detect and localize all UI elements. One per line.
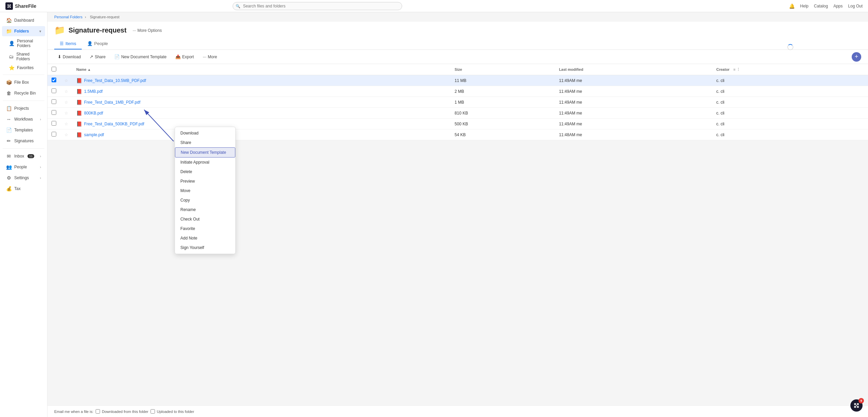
file-name-cell: 📕 Free_Test_Data_500KB_PDF.pdf: [76, 121, 447, 127]
download-button[interactable]: ⬇ Download: [54, 53, 84, 61]
star-icon[interactable]: ☆: [64, 111, 68, 116]
star-icon[interactable]: ☆: [64, 89, 68, 94]
new-doc-template-label: New Document Template: [121, 55, 166, 59]
sidebar-item-workflows[interactable]: ↔ Workflows ›: [2, 114, 45, 124]
file-area: Name ▲ Size Last modified Creator ≡ ⋮: [47, 64, 868, 417]
export-label: Export: [182, 55, 194, 59]
file-name-cell: 📕 1.5MB.pdf: [76, 89, 447, 94]
sidebar-item-label: Shared Folders: [16, 52, 41, 61]
sidebar-item-dashboard[interactable]: 🏠 Dashboard: [2, 15, 45, 25]
more-icon: ···: [203, 54, 206, 59]
loading-spinner: [787, 44, 793, 50]
sidebar-item-shared-folders[interactable]: 🗂 Shared Folders: [5, 50, 45, 63]
star-icon[interactable]: ☆: [64, 122, 68, 126]
select-all-checkbox[interactable]: [52, 67, 56, 71]
row-checkbox[interactable]: [52, 99, 56, 104]
apps-link[interactable]: Apps: [833, 4, 843, 8]
new-document-template-button[interactable]: 📄 New Document Template: [111, 53, 170, 61]
sidebar-item-signatures[interactable]: ✏ Signatures: [2, 136, 45, 146]
table-row: ☆ 📕 sample.pdf 54 KB 11:48AM me c. cli: [47, 129, 868, 140]
sidebar-item-personal-folders[interactable]: 👤 Personal Folders: [5, 37, 45, 50]
chevron-right-icon: ›: [40, 176, 41, 180]
file-name[interactable]: sample.pdf: [84, 132, 104, 137]
tab-people[interactable]: 👤 People: [82, 38, 113, 49]
context-menu-new-doc-template[interactable]: New Document Template: [175, 147, 235, 158]
sidebar-item-inbox[interactable]: ✉ Inbox 11 ›: [2, 151, 45, 161]
sidebar-item-people[interactable]: 👥 People ›: [2, 162, 45, 172]
row-checkbox[interactable]: [52, 78, 56, 82]
content-area: Personal Folders › Signature-request 📁 S…: [47, 12, 868, 417]
file-modified: 11:49AM me: [555, 97, 712, 108]
add-button[interactable]: +: [852, 52, 861, 62]
row-checkbox[interactable]: [52, 132, 56, 137]
file-name[interactable]: Free_Test_Data_10.5MB_PDF.pdf: [84, 78, 146, 83]
context-menu-delete[interactable]: Delete: [175, 167, 235, 176]
bell-icon[interactable]: 🔔: [789, 3, 795, 9]
table-row: ☆ 📕 800KB.pdf 810 KB 11:49AM me c. cli: [47, 108, 868, 119]
help-link[interactable]: Help: [800, 4, 809, 8]
search-input[interactable]: [233, 2, 402, 10]
table-row: ☆ 📕 Free_Test_Data_500KB_PDF.pdf 500 KB …: [47, 119, 868, 129]
star-icon[interactable]: ☆: [64, 132, 68, 137]
context-menu-initiate-approval[interactable]: Initiate Approval: [175, 158, 235, 167]
pdf-icon: 📕: [76, 89, 82, 94]
row-checkbox[interactable]: [52, 110, 56, 115]
row-checkbox[interactable]: [52, 88, 56, 93]
export-button[interactable]: 📤 Export: [172, 53, 197, 61]
folder-title-row: 📁 Signature-request ··· More Options: [54, 25, 861, 36]
file-table-wrap: Name ▲ Size Last modified Creator ≡ ⋮: [47, 64, 868, 140]
bottom-badge[interactable]: 9: [850, 399, 863, 412]
breadcrumb-separator: ›: [85, 15, 86, 19]
sidebar-item-tax[interactable]: 💰 Tax: [2, 184, 45, 194]
svg-point-3: [856, 405, 857, 406]
sidebar-item-file-box[interactable]: 📦 File Box: [2, 77, 45, 87]
context-menu-download[interactable]: Download: [175, 128, 235, 138]
file-size: 11 MB: [451, 75, 555, 86]
breadcrumb-parent[interactable]: Personal Folders: [54, 15, 82, 19]
logout-link[interactable]: Log Out: [848, 4, 863, 8]
uploaded-checkbox[interactable]: [151, 409, 155, 414]
downloaded-checkbox[interactable]: [96, 409, 100, 414]
file-name[interactable]: Free_Test_Data_1MB_PDF.pdf: [84, 100, 140, 105]
context-menu-sign-yourself[interactable]: Sign Yourself: [175, 243, 235, 252]
sidebar-sub-folders: 👤 Personal Folders 🗂 Shared Folders ⭐ Fa…: [0, 37, 47, 72]
share-button[interactable]: ↗ Share: [86, 53, 109, 61]
star-icon[interactable]: ☆: [64, 100, 68, 105]
sidebar-item-folders[interactable]: 📁 Folders ▾: [2, 26, 45, 36]
context-menu-favorite[interactable]: Favorite: [175, 224, 235, 233]
more-options-button[interactable]: ··· More Options: [130, 27, 164, 34]
sidebar-item-label: Signatures: [14, 139, 34, 143]
column-actions-icon-1[interactable]: ≡: [733, 67, 735, 72]
context-menu-copy[interactable]: Copy: [175, 195, 235, 205]
file-name[interactable]: 1.5MB.pdf: [84, 89, 103, 94]
downloaded-label: Downloaded from this folder: [102, 410, 149, 414]
main-layout: 🏠 Dashboard 📁 Folders ▾ 👤 Personal Folde…: [0, 12, 868, 417]
file-creator: c. cli: [712, 97, 868, 108]
context-menu-move[interactable]: Move: [175, 186, 235, 195]
sidebar-item-recycle-bin[interactable]: 🗑 Recycle Bin: [2, 88, 45, 98]
sidebar-item-label: Recycle Bin: [14, 91, 36, 96]
file-modified: 11:49AM me: [555, 75, 712, 86]
context-menu-rename[interactable]: Rename: [175, 205, 235, 214]
sidebar-item-label: Favorites: [17, 65, 34, 70]
sidebar-item-favorites[interactable]: ⭐ Favorites: [5, 63, 45, 72]
context-menu-preview[interactable]: Preview: [175, 176, 235, 186]
star-icon[interactable]: ☆: [64, 78, 68, 83]
table-row: ☆ 📕 Free_Test_Data_1MB_PDF.pdf 1 MB 11:4…: [47, 97, 868, 108]
context-menu-check-out[interactable]: Check Out: [175, 214, 235, 224]
catalog-link[interactable]: Catalog: [814, 4, 828, 8]
tab-items[interactable]: ☰ Items: [54, 38, 82, 49]
file-name[interactable]: 800KB.pdf: [84, 111, 103, 116]
top-nav: ShareFile 🔍 🔔 Help Catalog Apps Log Out: [0, 0, 868, 12]
column-actions-icon-2[interactable]: ⋮: [736, 67, 740, 72]
context-menu-add-note[interactable]: Add Note: [175, 233, 235, 243]
people-tab-icon: 👤: [87, 41, 93, 46]
file-name[interactable]: Free_Test_Data_500KB_PDF.pdf: [84, 122, 144, 126]
context-menu-share[interactable]: Share: [175, 138, 235, 147]
more-button[interactable]: ··· More: [199, 53, 220, 61]
sidebar-item-settings[interactable]: ⚙ Settings ›: [2, 173, 45, 183]
sort-arrow: ▲: [87, 68, 91, 71]
row-checkbox[interactable]: [52, 121, 56, 126]
sidebar-item-projects[interactable]: 📋 Projects: [2, 103, 45, 113]
sidebar-item-templates[interactable]: 📄 Templates: [2, 125, 45, 135]
